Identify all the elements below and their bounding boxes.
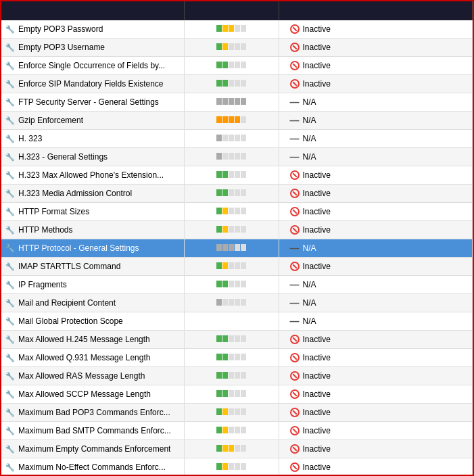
status-cell: Inactive xyxy=(279,57,473,75)
status-label: Inactive xyxy=(303,24,331,34)
status-cell: Inactive xyxy=(279,166,473,185)
performance-bar xyxy=(216,281,246,287)
table-row[interactable]: 🔧H.323 Media Admission ControlInactive xyxy=(1,185,473,203)
settings-cell: 🔧Mail Global Protection Scope xyxy=(1,312,184,331)
performance-bar xyxy=(216,171,246,178)
settings-name: Mail Global Protection Scope xyxy=(18,316,123,326)
settings-name: Max Allowed RAS Message Length xyxy=(18,371,145,381)
dash-icon: — xyxy=(290,97,300,107)
status-cell: Inactive xyxy=(279,367,473,385)
wrench-icon: 🔧 xyxy=(5,25,15,34)
table-row[interactable]: 🔧Maximum Empty Commands EnforcementInact… xyxy=(1,440,473,458)
status-label: N/A xyxy=(303,316,316,326)
settings-name: Max Allowed H.245 Message Length xyxy=(18,335,150,344)
settings-name: Max Allowed SCCP Message Length xyxy=(18,389,151,399)
table-row[interactable]: 🔧Maximum No-Effect Commands Enforc...Ina… xyxy=(1,458,473,475)
status-cell: Inactive xyxy=(279,440,473,458)
status-label: Inactive xyxy=(303,225,331,235)
status-cell: —N/A xyxy=(279,294,473,312)
table-row[interactable]: 🔧H. 323—N/A xyxy=(1,130,473,148)
status-label: Inactive xyxy=(303,189,331,198)
settings-name: Empty POP3 Password xyxy=(18,24,103,34)
status-label: Inactive xyxy=(303,426,331,435)
table-row[interactable]: 🔧Mail and Recipient Content—N/A xyxy=(1,294,473,312)
wrench-icon: 🔧 xyxy=(5,189,15,198)
status-label: Inactive xyxy=(303,353,331,362)
dash-icon: — xyxy=(290,316,300,326)
settings-cell: 🔧HTTP Protocol - General Settings xyxy=(1,239,184,258)
settings-cell: 🔧Mail and Recipient Content xyxy=(1,294,184,312)
performance-bar xyxy=(216,98,246,105)
dash-icon: — xyxy=(290,152,300,162)
wrench-icon: 🔧 xyxy=(5,62,15,70)
settings-name: Maximum Bad SMTP Commands Enforc... xyxy=(18,426,171,435)
table-row[interactable]: 🔧Enforce SIP Mandatory Fields ExistenceI… xyxy=(1,75,473,93)
wrench-icon: 🔧 xyxy=(5,171,15,180)
status-label: Inactive xyxy=(303,170,331,180)
table-row[interactable]: 🔧HTTP Format SizesInactive xyxy=(1,203,473,221)
performance-bar xyxy=(216,427,246,433)
table-row[interactable]: 🔧Gzip Enforcement—N/A xyxy=(1,112,473,130)
table-row[interactable]: 🔧Max Allowed SCCP Message LengthInactive xyxy=(1,385,473,404)
table-row[interactable]: 🔧FTP Security Server - General Settings—… xyxy=(1,93,473,112)
inactive-icon xyxy=(290,189,300,198)
wrench-icon: 🔧 xyxy=(5,317,15,326)
inactive-icon xyxy=(290,389,300,399)
settings-cell: 🔧H.323 - General Settings xyxy=(1,148,184,166)
settings-name: H. 323 xyxy=(18,134,42,143)
inactive-icon xyxy=(290,24,300,34)
settings-cell: 🔧Max Allowed Q.931 Message Length xyxy=(1,349,184,367)
wrench-icon: 🔧 xyxy=(5,135,15,143)
settings-table: 🔧Empty POP3 PasswordInactive🔧Empty POP3 … xyxy=(1,1,473,475)
table-row[interactable]: 🔧Max Allowed RAS Message LengthInactive xyxy=(1,367,473,385)
status-cell: Inactive xyxy=(279,385,473,404)
col-settings[interactable] xyxy=(1,1,184,20)
performance-cell xyxy=(184,112,279,130)
table-row[interactable]: 🔧Max Allowed H.245 Message LengthInactiv… xyxy=(1,331,473,349)
table-row[interactable]: 🔧HTTP Protocol - General Settings—N/A xyxy=(1,239,473,258)
performance-cell xyxy=(184,148,279,166)
performance-bar xyxy=(216,354,246,360)
settings-name: Empty POP3 Username xyxy=(18,43,105,52)
table-row[interactable]: 🔧IMAP STARTTLS CommandInactive xyxy=(1,258,473,276)
settings-name: H.323 - General Settings xyxy=(18,152,108,162)
table-row[interactable]: 🔧Max Allowed Q.931 Message LengthInactiv… xyxy=(1,349,473,367)
table-row[interactable]: 🔧Empty POP3 PasswordInactive xyxy=(1,20,473,39)
settings-cell: 🔧Maximum Empty Commands Enforcement xyxy=(1,440,184,458)
wrench-icon: 🔧 xyxy=(5,226,15,235)
performance-bar xyxy=(216,390,246,397)
col-performance[interactable] xyxy=(184,1,279,20)
settings-name: Gzip Enforcement xyxy=(18,116,83,125)
table-row[interactable]: 🔧HTTP MethodsInactive xyxy=(1,221,473,239)
performance-cell xyxy=(184,404,279,422)
table-row[interactable]: 🔧Maximum Bad SMTP Commands Enforc...Inac… xyxy=(1,422,473,440)
table-row[interactable]: 🔧Maximum Bad POP3 Commands Enforc...Inac… xyxy=(1,404,473,422)
status-cell: Inactive xyxy=(279,39,473,57)
inactive-icon xyxy=(290,444,300,454)
status-cell: Inactive xyxy=(279,203,473,221)
performance-cell xyxy=(184,367,279,385)
table-row[interactable]: 🔧Mail Global Protection Scope—N/A xyxy=(1,312,473,331)
table-row[interactable]: 🔧IP Fragments—N/A xyxy=(1,276,473,294)
settings-table-container: 🔧Empty POP3 PasswordInactive🔧Empty POP3 … xyxy=(1,1,473,475)
table-row[interactable]: 🔧H.323 - General Settings—N/A xyxy=(1,148,473,166)
wrench-icon: 🔧 xyxy=(5,372,15,381)
col-recommended[interactable] xyxy=(279,1,473,20)
settings-name: H.323 Media Admission Control xyxy=(18,189,132,198)
performance-cell xyxy=(184,57,279,75)
performance-cell xyxy=(184,294,279,312)
status-label: Inactive xyxy=(303,207,331,216)
settings-name: Enforce Single Occurrence of Fields by..… xyxy=(18,61,165,70)
status-label: Inactive xyxy=(303,43,331,52)
status-cell: —N/A xyxy=(279,276,473,294)
table-row[interactable]: 🔧Empty POP3 UsernameInactive xyxy=(1,39,473,57)
status-cell: Inactive xyxy=(279,404,473,422)
wrench-icon: 🔧 xyxy=(5,208,15,216)
status-label: Inactive xyxy=(303,79,331,89)
inactive-icon xyxy=(290,43,300,52)
table-row[interactable]: 🔧H.323 Max Allowed Phone's Extension...I… xyxy=(1,166,473,185)
wrench-icon: 🔧 xyxy=(5,281,15,289)
performance-bar xyxy=(216,135,246,141)
table-row[interactable]: 🔧Enforce Single Occurrence of Fields by.… xyxy=(1,57,473,75)
performance-cell xyxy=(184,130,279,148)
